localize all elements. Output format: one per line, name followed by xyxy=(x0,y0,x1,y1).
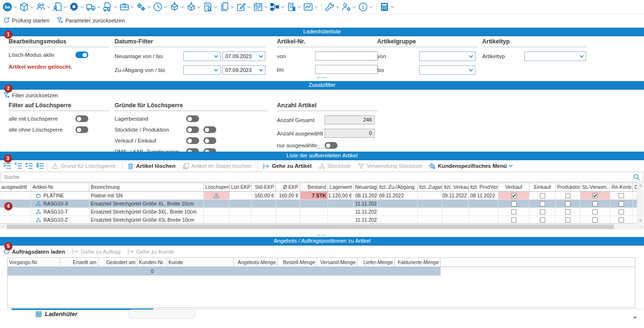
re_kontr-checkbox[interactable] xyxy=(619,201,624,206)
selection-menu-icon[interactable] xyxy=(36,162,44,170)
horizontal-scrollbar[interactable]: ‹ › xyxy=(0,224,644,230)
einkauf-checkbox[interactable] xyxy=(540,209,545,215)
chevron-down-icon[interactable] xyxy=(369,5,373,10)
chevron-down-icon[interactable] xyxy=(335,5,340,10)
column-header-geaendert_am[interactable]: Geändert am xyxy=(98,258,137,266)
cell-produktion[interactable] xyxy=(556,208,581,215)
toolbar-info-button[interactable] xyxy=(358,2,373,12)
verkauf-einkauf-toggle-1[interactable] xyxy=(186,137,199,144)
cell-verkauf[interactable] xyxy=(498,216,529,224)
column-header-sl_verwendung[interactable]: SL-Verwen... xyxy=(581,183,610,191)
artikel-nr-von-input[interactable] xyxy=(315,51,378,61)
toolbar-org-button[interactable] xyxy=(270,2,285,12)
cell-sl_verwendung[interactable] xyxy=(581,200,610,207)
column-header-ltzt_zugang[interactable]: ltzt. Zugang xyxy=(418,183,443,191)
cell-verkauf[interactable] xyxy=(498,208,529,215)
chevron-down-icon[interactable] xyxy=(96,5,101,10)
chevron-down-icon[interactable] xyxy=(13,5,18,10)
alle-ohne-loeschsperre-toggle[interactable] xyxy=(75,126,88,133)
zu-abgang-bis-combo[interactable]: 07.09.2023 xyxy=(222,65,265,75)
column-header-liefer_menge[interactable]: Liefer-Menge xyxy=(358,258,395,266)
chevron-down-icon[interactable] xyxy=(390,5,395,10)
chevron-down-icon[interactable] xyxy=(314,5,318,10)
section-expander[interactable]: ..... xyxy=(0,144,644,150)
column-header-vorgangs_nr[interactable]: Vorgangs-Nr. xyxy=(8,258,60,266)
cell-verkauf[interactable] xyxy=(498,200,529,207)
column-header-verkauf[interactable]: Verkauf xyxy=(498,183,529,191)
chevron-down-icon[interactable] xyxy=(264,5,268,10)
gehe-zu-kunde-button[interactable]: Gehe zu Kunde xyxy=(127,248,174,255)
produktion-checkbox[interactable] xyxy=(565,201,570,206)
column-header-kunden_nr[interactable]: Kunden-Nr. xyxy=(137,258,167,266)
toolbar-briefcase-button[interactable] xyxy=(119,2,135,12)
toolbar-user-gear-button[interactable] xyxy=(341,2,357,12)
cell-produktion[interactable] xyxy=(556,216,581,224)
column-header-lagerwert[interactable]: Lagerwert xyxy=(328,183,354,191)
chevron-down-icon[interactable] xyxy=(230,5,235,10)
column-header-bestand[interactable]: Bestand xyxy=(300,183,328,191)
toolbar-building-button[interactable] xyxy=(286,2,302,12)
kundenspezifisches-men-button[interactable]: Kundenspezifisches Menü xyxy=(429,163,513,170)
column-header-kunde[interactable]: Kunde xyxy=(167,258,234,266)
cell-einkauf[interactable] xyxy=(529,192,556,199)
toolbar-edit-button[interactable] xyxy=(236,2,252,12)
column-header-ltzt_zu_abgang[interactable]: ltzt. Zu-/Abgang xyxy=(378,183,418,191)
toolbar-clock-button[interactable] xyxy=(153,2,168,12)
tab-ladenhueter[interactable]: Ladenhüter xyxy=(35,311,77,318)
verkauf-checkbox[interactable] xyxy=(511,209,517,215)
article-row-RASG10-X[interactable]: RASG10-XErsatzteil Stretchgürtel Größe X… xyxy=(0,200,637,208)
verkauf-einkauf-toggle-2[interactable] xyxy=(203,137,216,144)
deselect-all-icon[interactable] xyxy=(14,162,22,170)
toolbar-chart-button[interactable] xyxy=(303,2,318,12)
toolbar-gears-button[interactable] xyxy=(136,2,151,12)
grund-f-r-l-schsperre-button[interactable]: Grund für Löschsperre xyxy=(52,163,116,170)
column-header-neuanlage[interactable]: Neuanlage xyxy=(354,183,378,191)
toolbar-people-button[interactable] xyxy=(36,2,51,12)
column-header-angebots_menge[interactable]: Angebots-Menge xyxy=(234,258,278,266)
column-header-std_ekp[interactable]: Std-EKP xyxy=(252,183,276,191)
article-row-RASG10-T[interactable]: RASG10-TErsatzteil Stretchgürtel Größe 3… xyxy=(0,208,637,216)
cell-re_kontr[interactable] xyxy=(610,192,633,199)
sl_verwendung-checkbox[interactable] xyxy=(592,193,598,198)
column-header-produktion[interactable]: Produktion xyxy=(556,183,581,191)
sl_verwendung-checkbox[interactable] xyxy=(592,209,598,215)
toolbar-doc-badge-button[interactable] xyxy=(203,2,218,12)
toolbar-be-logo-button[interactable]: be xyxy=(2,2,18,12)
filter-zuruecksetzen-button[interactable]: Filter zurücksetzen xyxy=(3,92,58,99)
parameter-zur-cksetzen-button[interactable]: Parameter zurücksetzen xyxy=(56,17,125,24)
verkauf-checkbox[interactable] xyxy=(511,217,517,223)
scrollbar-thumb[interactable] xyxy=(7,225,614,229)
toolbar-package-down-button[interactable] xyxy=(169,2,185,12)
einkauf-checkbox[interactable] xyxy=(540,201,545,206)
toolbar-doc-truck-button[interactable] xyxy=(103,2,118,12)
cell-re_kontr[interactable] xyxy=(610,216,633,224)
cell-einkauf[interactable] xyxy=(529,216,556,224)
gehe-zu-auftrag-button[interactable]: Gehe zu Auftrag xyxy=(72,248,120,255)
column-header-ltzt_ekp[interactable]: Ltzt EKP xyxy=(230,183,252,191)
article-row-PLATINE[interactable]: PLATINEPlatine mit SN160,00 €160,00 €7 S… xyxy=(0,192,637,200)
st-ckliste-button[interactable]: Stückliste xyxy=(318,163,351,170)
verkauf-checkbox[interactable] xyxy=(511,193,517,198)
chevron-down-icon[interactable] xyxy=(130,5,135,10)
column-header-erstellt_am[interactable]: Erstellt am xyxy=(60,258,98,266)
alle-mit-loeschsperre-toggle[interactable] xyxy=(75,115,88,122)
verwendung-st-ckliste-button[interactable]: Verwendung Stückliste xyxy=(358,163,422,170)
einkauf-checkbox[interactable] xyxy=(540,193,545,198)
chevron-down-icon[interactable] xyxy=(30,5,34,10)
re_kontr-checkbox[interactable] xyxy=(619,209,624,215)
toolbar-docs-button[interactable] xyxy=(220,2,235,12)
neuanlage-von-combo[interactable] xyxy=(183,51,221,61)
pr-fung-starten-button[interactable]: Prüfung starten xyxy=(3,17,50,24)
cell-sl_verwendung[interactable] xyxy=(581,216,610,224)
column-header-bestell_menge[interactable]: Bestell-Menge xyxy=(278,258,317,266)
chevron-down-icon[interactable] xyxy=(147,5,151,10)
section-expander[interactable]: ..... xyxy=(0,74,644,79)
scroll-right-arrow[interactable]: › xyxy=(637,224,644,230)
artikel-im-stapel-l-schen-button[interactable]: Artikel im Stapel löschen xyxy=(182,163,252,170)
produktion-checkbox[interactable] xyxy=(565,209,570,215)
lagerbestand-toggle-1[interactable] xyxy=(186,115,199,122)
chevron-down-icon[interactable] xyxy=(113,5,118,10)
toolbar-person-doc-button[interactable] xyxy=(53,2,68,12)
cell-einkauf[interactable] xyxy=(529,208,556,215)
chevron-down-icon[interactable] xyxy=(80,5,84,10)
